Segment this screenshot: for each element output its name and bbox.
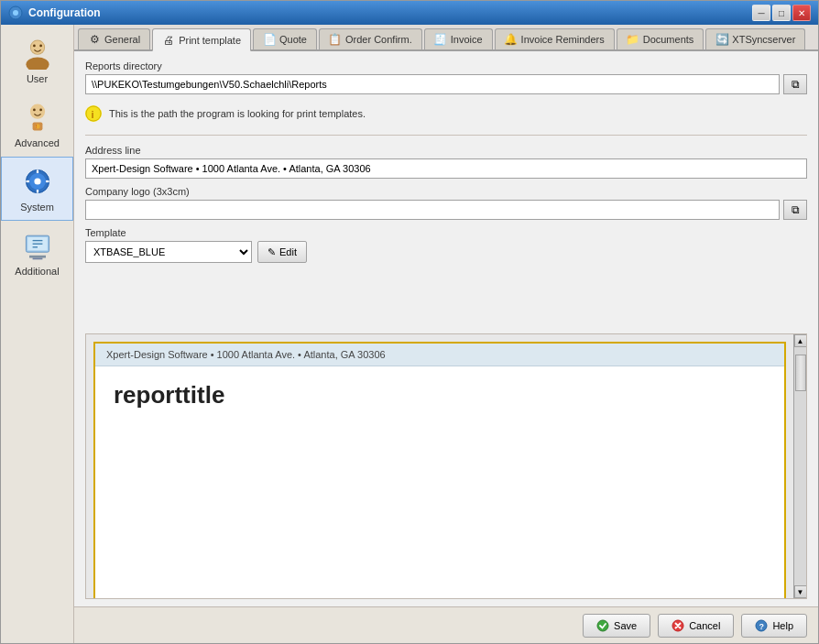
- main-panel: ⚙ General 🖨 Print template 📄 Quote 📋 Ord…: [74, 25, 818, 643]
- close-button[interactable]: ✕: [792, 5, 811, 21]
- invoice-tab-icon: 🧾: [434, 33, 447, 46]
- minimize-button[interactable]: ─: [752, 5, 770, 21]
- form-area: Reports directory ⧉ i: [74, 51, 818, 333]
- address-line-input[interactable]: [85, 158, 807, 179]
- template-select[interactable]: XTBASE_BLUE XTBASE_RED XTBASE_GREEN: [86, 242, 251, 262]
- tab-print-template-label: Print template: [179, 35, 241, 46]
- sidebar-item-system[interactable]: System: [1, 157, 73, 221]
- reports-directory-row: ⧉: [85, 74, 807, 94]
- cancel-label: Cancel: [689, 620, 720, 631]
- invoice-reminders-tab-icon: 🔔: [505, 33, 518, 46]
- title-bar-controls: ─ □ ✕: [752, 5, 811, 21]
- svg-point-9: [39, 109, 42, 112]
- scrollbar-up-button[interactable]: ▲: [794, 334, 807, 347]
- svg-point-3: [26, 58, 49, 71]
- save-icon: [596, 619, 609, 632]
- tab-general-label: General: [104, 34, 140, 45]
- window-title: Configuration: [28, 6, 101, 19]
- template-label: Template: [85, 227, 807, 238]
- address-line-label: Address line: [85, 145, 807, 156]
- scrollbar-down-button[interactable]: ▼: [794, 585, 807, 598]
- sidebar-system-label: System: [20, 202, 54, 213]
- advanced-icon: !: [21, 101, 54, 134]
- preview-container: Xpert-Design Software • 1000 Atlanta Ave…: [85, 333, 807, 599]
- tab-order-confirm-label: Order Confirm.: [345, 34, 412, 45]
- system-icon: [21, 165, 54, 198]
- quote-tab-icon: 📄: [263, 33, 276, 46]
- xtsyncserver-tab-icon: 🔄: [715, 33, 728, 46]
- sidebar: User ! Advanced: [1, 25, 74, 643]
- preview-page: Xpert-Design Software • 1000 Atlanta Ave…: [93, 342, 786, 598]
- tab-invoice[interactable]: 🧾 Invoice: [424, 28, 493, 49]
- configuration-window: Configuration ─ □ ✕ User: [0, 0, 819, 644]
- svg-point-8: [33, 109, 36, 112]
- svg-point-1: [13, 10, 18, 16]
- tab-general[interactable]: ⚙ General: [78, 28, 150, 49]
- tab-quote[interactable]: 📄 Quote: [253, 28, 317, 49]
- save-button[interactable]: Save: [583, 614, 650, 638]
- template-section: Template XTBASE_BLUE XTBASE_RED XTBASE_G…: [85, 227, 807, 263]
- reports-directory-copy-button[interactable]: ⧉: [783, 74, 807, 94]
- info-icon: i: [85, 105, 102, 122]
- scrollbar-track: ▲ ▼: [793, 334, 806, 598]
- documents-tab-icon: 📁: [627, 33, 639, 46]
- sidebar-item-user[interactable]: User: [1, 28, 73, 93]
- general-tab-icon: ⚙: [88, 33, 101, 46]
- svg-point-4: [30, 41, 43, 54]
- cancel-button[interactable]: Cancel: [658, 614, 734, 638]
- svg-point-19: [34, 178, 40, 184]
- print-template-tab-icon: 🖨: [162, 34, 175, 47]
- title-bar-left: Configuration: [8, 5, 101, 20]
- svg-point-6: [39, 45, 42, 48]
- template-row: XTBASE_BLUE XTBASE_RED XTBASE_GREEN ✎ Ed…: [85, 241, 807, 263]
- edit-icon: ✎: [268, 246, 276, 258]
- preview-header-text: Xpert-Design Software • 1000 Atlanta Ave…: [106, 349, 386, 360]
- sidebar-item-additional[interactable]: Additional: [1, 221, 73, 285]
- info-text: This is the path the program is looking …: [109, 108, 366, 119]
- reports-directory-section: Reports directory ⧉: [85, 60, 807, 94]
- edit-label: Edit: [279, 246, 297, 257]
- preview-scroll[interactable]: Xpert-Design Software • 1000 Atlanta Ave…: [86, 334, 793, 598]
- title-bar: Configuration ─ □ ✕: [1, 1, 818, 25]
- sidebar-user-label: User: [27, 73, 48, 84]
- maximize-button[interactable]: □: [772, 5, 791, 21]
- edit-template-button[interactable]: ✎ Edit: [257, 241, 307, 263]
- tab-bar: ⚙ General 🖨 Print template 📄 Quote 📋 Ord…: [74, 25, 818, 51]
- order-confirm-tab-icon: 📋: [329, 33, 342, 46]
- reports-directory-input[interactable]: [85, 74, 780, 94]
- sidebar-additional-label: Additional: [15, 266, 59, 277]
- svg-point-5: [33, 45, 36, 48]
- template-select-wrapper[interactable]: XTBASE_BLUE XTBASE_RED XTBASE_GREEN: [85, 241, 252, 263]
- copy-icon: ⧉: [792, 78, 800, 91]
- tab-print-template[interactable]: 🖨 Print template: [152, 28, 251, 51]
- sidebar-item-advanced[interactable]: ! Advanced: [1, 93, 73, 157]
- company-logo-input[interactable]: [85, 200, 780, 220]
- save-label: Save: [614, 620, 637, 631]
- help-icon: ?: [755, 619, 768, 632]
- help-label: Help: [772, 620, 793, 631]
- address-line-section: Address line: [85, 145, 807, 179]
- svg-rect-22: [29, 256, 46, 258]
- user-icon: [21, 37, 54, 70]
- company-logo-row: ⧉: [85, 200, 807, 220]
- scrollbar-thumb-area: [794, 347, 806, 585]
- company-logo-browse-button[interactable]: ⧉: [783, 200, 807, 220]
- scrollbar-thumb[interactable]: [795, 355, 806, 391]
- cancel-icon: [672, 619, 684, 632]
- svg-rect-23: [32, 258, 42, 260]
- tab-xtsyncserver[interactable]: 🔄 XTSyncserver: [705, 28, 805, 49]
- tab-invoice-reminders[interactable]: 🔔 Invoice Reminders: [495, 28, 615, 49]
- reports-directory-label: Reports directory: [85, 60, 807, 71]
- preview-title: reporttitle: [114, 381, 766, 409]
- sidebar-advanced-label: Advanced: [15, 137, 60, 148]
- tab-xtsyncserver-label: XTSyncserver: [732, 34, 795, 45]
- tab-documents[interactable]: 📁 Documents: [617, 28, 704, 49]
- content-area: User ! Advanced: [1, 25, 818, 643]
- tab-quote-label: Quote: [279, 34, 307, 45]
- tab-order-confirm[interactable]: 📋 Order Confirm.: [319, 28, 422, 49]
- help-button[interactable]: ? Help: [741, 614, 807, 638]
- app-icon: [8, 5, 23, 20]
- additional-icon: [21, 229, 54, 262]
- preview-content: reporttitle: [95, 366, 784, 424]
- lightbulb-icon: i: [85, 105, 102, 122]
